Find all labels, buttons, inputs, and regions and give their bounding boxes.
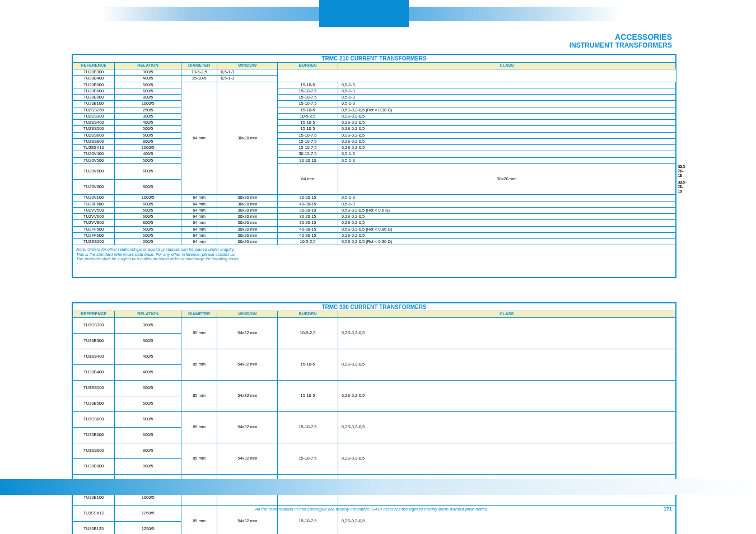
table-cell: 30-20-15 [278,214,338,220]
table-cell: 400/5 [115,120,181,126]
table-cell: 15-10-7,5 [278,132,338,138]
table-cell: TU2VV600 [73,214,115,220]
table-cell: 30x20 mm [217,232,278,238]
table-cell: 300/5 [115,318,181,334]
table-cell: 30x20 mm [217,239,278,245]
table-cell: 600/5 [115,412,181,428]
table-cell: 40-30-15 [278,201,338,207]
table-cell: TU2VV500 [73,207,115,213]
table-cell: 0,5-1-3 [217,76,278,82]
table-cell: 0,2S-0,2-0,5 [338,412,675,443]
table-cell: 15-10-5 [278,82,338,88]
table-cell: 10-5-2,5 [278,113,338,119]
table-cell: TU3SS300 [73,318,115,334]
col-header: WINDOW [217,63,278,69]
table-cell: 0,5S-0,2-0,5 (Rct < 0,86 Ω) [338,226,675,232]
table-cell: 600/5 [115,132,181,138]
col-header: RELATION [115,311,181,318]
table-cell: 800/5 [115,179,181,195]
table-cell: 64 mm [181,239,217,245]
table-cell: 30x20 mm [217,220,278,226]
table-cell: TU20F600 [73,201,115,207]
table-cell: 15-10-5 [278,107,338,113]
table-cell: 600/5 [115,232,181,238]
table-cell: 600/5 [115,214,181,220]
table-cell: TU30B125 [73,522,115,535]
table-cell: 15-10-5 [278,120,338,126]
col-header: DIAMETER [181,63,217,69]
table-cell: 0,2S-0,2-0,5 [338,120,675,126]
table-cell: 500/5 [115,396,181,412]
table-cell: TU20B400 [73,76,115,82]
table-cell: 800/5 [115,443,181,459]
table-cell: TU2VV800 [73,220,115,226]
table-cell: 0,2S-0,2-0,5 [338,232,675,238]
table-cell: 64 mm [181,214,217,220]
table-cell: TU3SS600 [73,412,115,428]
table-cell: TU2SS600 [73,132,115,138]
table-cell: 1000/5 [115,195,181,201]
table2-wrap: TRMC 300 CURRENT TRANSFORMERSREFERENCERE… [72,302,676,534]
table-cell: TU30B400 [73,365,115,381]
table-cell: 0,5-1-3 [217,69,278,76]
table-cell: 54x32 mm [217,381,278,412]
table-cell: TU3SS400 [73,349,115,365]
table-cell: 85 mm [181,381,217,412]
table-cell: TU20B500 [73,82,115,88]
table-cell: TU20B100 [73,101,115,107]
table-cell: 64 mm [278,163,338,195]
table-cell: TU30B300 [73,334,115,349]
table-cell: TU2SS400 [73,120,115,126]
table-cell: 0,5-1-3 [338,195,675,201]
table-cell: 0,5-1-3 [338,95,675,101]
col-header: BURDEN [278,311,338,318]
table-cell: 54x32 mm [217,349,278,381]
table-cell: TU2FF500 [73,226,115,232]
footer-disclaimer: All the informations in this catalogue a… [72,507,672,512]
table-cell: 300/5 [115,334,181,349]
table-cell: 0,2S-0,2-0,5 [338,220,675,226]
table-cell: 30x20 mm [217,195,278,201]
table-cell: 85 mm [181,318,217,349]
table-cell: 15-10-7,5 [278,138,338,144]
table-cell: 200/5 [115,239,181,245]
table-cell: 40-30-15 [278,232,338,238]
table-cell: 800/5 [115,95,181,101]
table-cell: 500/5 [115,82,181,88]
table-cell: TU20V400 [73,151,115,157]
table-cell: 30x20 mm [217,226,278,232]
col-header: BURDEN [278,63,338,69]
table-cell: 30x20 mm [217,214,278,220]
table-cell: 600/5 [115,88,181,94]
banner-fade-left [101,7,319,21]
table-cell: 64 mm [181,207,217,213]
table-cell: TU20B800 [73,95,115,101]
table-cell: 400/5 [115,349,181,365]
table-cell: 0,2S-0,2-0,5 [338,318,675,349]
table-cell: 64 mm [181,201,217,207]
table-cell: TU30B600 [73,428,115,443]
table-cell: 0,2S-0,2-0,5 [338,138,675,144]
table-cell: 10-5-2,5 [278,318,338,349]
table-cell: 0,5S-0,2-0,5 (Rct < 0,6 Ω) [338,207,675,213]
banner-blue-block [319,0,409,27]
table-cell: 10-5-2,5 [181,69,217,76]
table-cell: 0,2S-0,2-0,5 [338,113,675,119]
table1-wrap: TRMC 210 CURRENT TRANSFORMERSREFERENCERE… [72,54,676,278]
table-cell: 500/5 [115,381,181,396]
table-cell: 15-10-5 [278,381,338,412]
table-cell: 15-10-7,5 [278,145,338,151]
table-cell: 15-10-7,5 [278,95,338,101]
col-header: REFERENCE [73,311,115,318]
table-cell: 0,2S-0,2-0,5 [338,381,675,412]
table-title: TRMC 300 CURRENT TRANSFORMERS [73,303,676,311]
table-cell: TU20B300 [73,69,115,76]
table-cell: 15-10-7,5 [278,101,338,107]
table-cell: 0,5-1-3 [338,82,675,88]
table-cell: 800/5 [115,459,181,475]
table-cell: 15-10-7,5 [278,443,338,475]
table-cell: 0,2S-0,2-0,5 [338,132,675,138]
table-cell: 600/5 [115,201,181,207]
table-cell: 500/5 [115,207,181,213]
table-cell: 15-10-7,5 [278,88,338,94]
